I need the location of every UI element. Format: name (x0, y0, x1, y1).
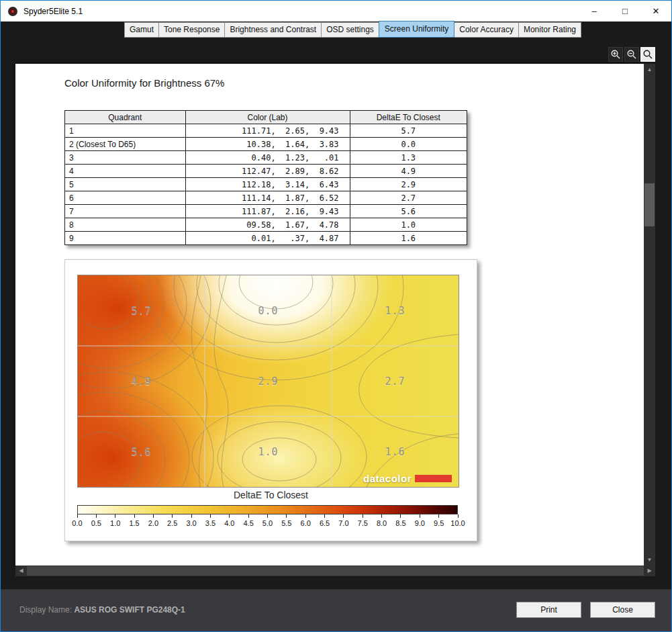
scale-tick-label: 4.5 (238, 519, 258, 527)
zoom-area-button[interactable] (640, 47, 655, 62)
tab-color-accuracy[interactable]: Color Accuracy (454, 22, 519, 38)
scale-tick-label: 3.5 (200, 519, 220, 527)
title-bar: Spyder5Elite 5.1 – □ ✕ (1, 1, 671, 21)
heatmap-surface (78, 275, 459, 487)
table-row: 4112.47, 2.89, 8.624.9 (65, 165, 467, 178)
table-row: 5112.18, 3.14, 6.432.9 (65, 178, 467, 191)
scale-tick (134, 514, 135, 518)
scale-tick (363, 514, 363, 518)
scale-tick-label: 10.0 (448, 519, 468, 527)
uniformity-table: Quadrant Color (Lab) DeltaE To Closest 1… (64, 110, 467, 245)
zoom-toolbar (608, 47, 655, 62)
maximize-button[interactable]: □ (610, 1, 640, 21)
color-scale-title: DeltaE To Closest (65, 490, 477, 500)
display-name: Display Name: ASUS ROG SWIFT PG248Q-1 (19, 605, 185, 615)
app-window: Spyder5Elite 5.1 – □ ✕ GamutTone Respons… (0, 0, 672, 632)
scale-tick-label: 9.5 (429, 519, 449, 527)
content-area: Color Uniformity for Brightness 67% Quad… (1, 38, 671, 589)
close-icon: ✕ (653, 6, 660, 16)
table-row: 6111.14, 1.87, 6.522.7 (65, 191, 467, 205)
window-controls: – □ ✕ (579, 1, 671, 21)
scale-tick (115, 514, 115, 518)
zoom-area-icon (642, 49, 653, 60)
horizontal-scrollbar-thumb[interactable] (27, 566, 644, 576)
scale-tick-label: 8.5 (391, 519, 411, 527)
table-row: 3 0.40, 1.23, .011.3 (65, 151, 467, 165)
horizontal-scrollbar[interactable]: ◀ ▶ (15, 566, 655, 576)
heatmap-plot: 5.70.01.34.92.92.75.61.01.6 datacolor (77, 275, 459, 488)
zoom-in-button[interactable] (608, 47, 623, 62)
scroll-left-icon[interactable]: ◀ (15, 566, 27, 576)
scale-tick-label: 0.5 (86, 519, 106, 527)
scroll-down-icon[interactable]: ▼ (644, 554, 655, 566)
close-window-button[interactable]: ✕ (640, 1, 671, 21)
table-row: 8 09.58, 1.67, 4.781.0 (65, 218, 467, 232)
scale-tick-label: 4.0 (220, 519, 240, 527)
scale-tick (248, 514, 249, 518)
scale-ticks: 0.00.51.01.52.02.53.03.54.04.55.05.56.06… (77, 514, 458, 531)
scale-tick-label: 6.5 (315, 519, 335, 527)
minimize-icon: – (591, 6, 596, 16)
tab-gamut[interactable]: Gamut (124, 22, 159, 38)
scale-tick-label: 6.0 (295, 519, 316, 527)
tab-tone-response[interactable]: Tone Response (158, 22, 225, 38)
scale-tick-label: 2.5 (162, 519, 183, 527)
zoom-out-button[interactable] (624, 47, 639, 62)
tab-bar: GamutTone ResponseBrightness and Contras… (1, 21, 671, 38)
zoom-out-icon (626, 49, 637, 60)
scale-tick (381, 514, 382, 518)
scale-tick (191, 514, 192, 518)
display-name-label: Display Name: (19, 605, 72, 615)
report-title: Color Uniformity for Brightness 67% (64, 77, 224, 89)
vertical-scrollbar-thumb[interactable] (644, 183, 655, 226)
table-row: 9 0.01, .37, 4.871.6 (65, 232, 467, 245)
scale-tick (324, 514, 325, 518)
minimize-button[interactable]: – (579, 1, 610, 21)
report-page: Color Uniformity for Brightness 67% Quad… (15, 64, 644, 568)
tab-monitor-rating[interactable]: Monitor Rating (518, 22, 581, 38)
print-button[interactable]: Print (516, 602, 581, 618)
app-icon[interactable] (7, 5, 19, 17)
scale-tick (96, 514, 97, 518)
table-row: 2 (Closest To D65) 10.38, 1.64, 3.830.0 (65, 138, 467, 151)
column-header-color-lab: Color (Lab) (185, 111, 350, 124)
scale-tick (286, 514, 287, 518)
status-bar: Display Name: ASUS ROG SWIFT PG248Q-1 Pr… (1, 589, 671, 631)
window-title: Spyder5Elite 5.1 (23, 7, 83, 16)
scale-tick (172, 514, 173, 518)
scale-tick-label: 5.0 (258, 519, 278, 527)
scale-tick-label: 1.5 (124, 519, 144, 527)
scale-tick-label: 7.5 (352, 519, 373, 527)
table-header-row: Quadrant Color (Lab) DeltaE To Closest (65, 111, 467, 124)
zoom-in-icon (610, 49, 621, 60)
scale-tick-label: 8.0 (372, 519, 392, 527)
scale-tick-label: 9.0 (410, 519, 430, 527)
scale-tick (343, 514, 344, 518)
vertical-scrollbar[interactable]: ▲ ▼ (644, 64, 655, 566)
scroll-right-icon[interactable]: ▶ (644, 566, 655, 576)
datacolor-logo: datacolor (363, 473, 452, 484)
scale-tick (153, 514, 154, 518)
scale-tick (420, 514, 420, 518)
close-button[interactable]: Close (590, 602, 655, 618)
column-header-quadrant: Quadrant (65, 111, 186, 124)
uniformity-chart: 5.70.01.34.92.92.75.61.01.6 datacolor De… (64, 259, 477, 541)
table-row: 1111.71, 2.65, 9.435.7 (65, 124, 467, 138)
scale-tick-label: 0.0 (67, 519, 87, 527)
scale-tick-label: 1.0 (105, 519, 126, 527)
scale-tick (400, 514, 401, 518)
scale-tick-label: 5.5 (277, 519, 297, 527)
tab-osd-settings[interactable]: OSD settings (321, 22, 379, 38)
scale-tick (229, 514, 230, 518)
scale-tick-label: 3.0 (181, 519, 201, 527)
scale-tick (458, 514, 459, 518)
scroll-up-icon[interactable]: ▲ (644, 64, 655, 75)
logo-red-bar (415, 475, 452, 482)
scale-tick (77, 514, 78, 518)
tab-screen-uniformity[interactable]: Screen Uniformity (379, 21, 454, 38)
scale-tick (267, 514, 268, 518)
color-scale-bar (77, 505, 458, 514)
table-row: 7111.87, 2.16, 9.435.6 (65, 205, 467, 218)
scale-tick (305, 514, 306, 518)
tab-brightness-and-contrast[interactable]: Brightness and Contrast (224, 22, 322, 38)
